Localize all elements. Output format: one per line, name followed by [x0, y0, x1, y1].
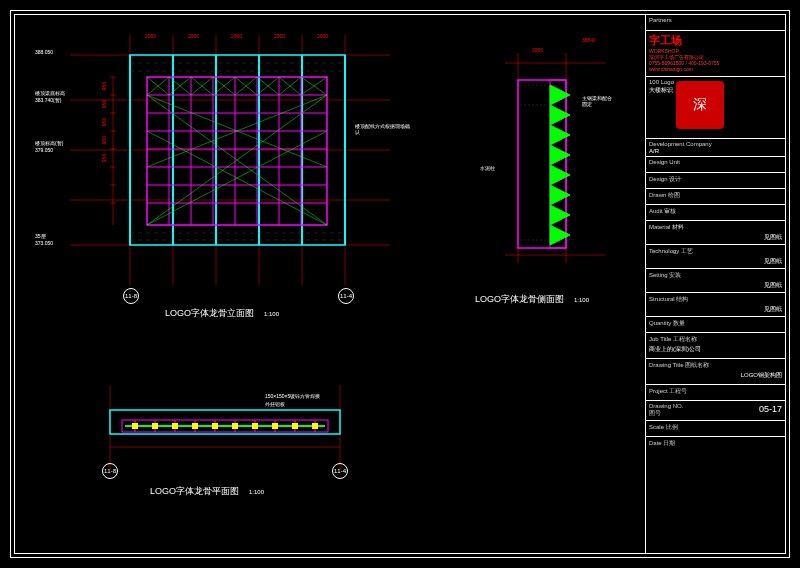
tb-project: Project 工程号 [646, 385, 785, 401]
plan-view: 150×150×5镀锌方管焊接 外挂铝板 11-8 11-4 LOGO字体龙骨平… [60, 375, 400, 525]
section-scale: 1:100 [574, 297, 589, 303]
dim-col: 2000 [145, 33, 156, 39]
tb-dwgtitle: Drawing Title 图纸名称 LOGO钢架构图 [646, 359, 785, 385]
drawing-area: 2000 2000 2000 2000 2000 950 950 950 950… [15, 15, 645, 553]
svg-rect-98 [252, 423, 258, 429]
elev-lv1: 388.050 [35, 49, 53, 55]
tb-setting: Setting 安装 见图纸 [646, 269, 785, 293]
svg-rect-99 [272, 423, 278, 429]
dim-col: 2000 [317, 33, 328, 39]
tb-material: Material 材料 见图纸 [646, 221, 785, 245]
note-n3: 水泥柱 [480, 165, 495, 171]
elev-lv3: 379.050 [35, 147, 53, 153]
tb-brand: 字工场 WORKSHOP 深圳字工场广告有限公司 0755-86961800 /… [646, 31, 785, 77]
svg-rect-92 [132, 423, 138, 429]
dim-col: 2000 [231, 33, 242, 39]
company-seal: 深 [676, 81, 724, 129]
tb-seal-row: 100 Logo 大楼标识 深 [646, 77, 785, 139]
section-svg [490, 45, 615, 285]
grid-marker-11-4: 11-4 [338, 288, 354, 304]
tb-struct: Structural 结构 见图纸 [646, 293, 785, 317]
svg-rect-97 [232, 423, 238, 429]
tb-date: Date 日期 [646, 437, 785, 453]
svg-rect-94 [172, 423, 178, 429]
svg-rect-95 [192, 423, 198, 429]
sect-dim2: 38840 [582, 37, 596, 43]
svg-rect-101 [312, 423, 318, 429]
tb-dwgno: Drawing NO. 图号 05-17 [646, 401, 785, 421]
elev-lv3-lbl: 楼顶标高(暂) [35, 140, 63, 146]
elev-lv2-lbl: 楼顶梁底标高 [35, 90, 65, 96]
elevation-view: 2000 2000 2000 2000 2000 950 950 950 950… [35, 35, 415, 325]
svg-rect-72 [518, 80, 566, 248]
section-view: 3000 38840 主钢梁和配合固定 水泥柱 LOGO字体龙骨侧面图 1:10… [490, 45, 615, 325]
brand-logo: 字工场 [649, 33, 782, 48]
note-n1: 楼顶配线方式根据现场确认 [355, 123, 410, 135]
svg-rect-79 [110, 410, 340, 434]
dim-row: 950 [101, 82, 107, 90]
dim-col: 2000 [274, 33, 285, 39]
svg-rect-100 [292, 423, 298, 429]
note-n4: 150×150×5镀锌方管焊接 [265, 393, 320, 399]
tb-dev: Development Company A/R [646, 139, 785, 157]
dim-col: 2000 [188, 33, 199, 39]
grid-marker-p-11-4: 11-4 [332, 463, 348, 479]
dim-row: 950 [101, 100, 107, 108]
outer-frame: 2000 2000 2000 2000 2000 950 950 950 950… [10, 10, 790, 558]
plan-scale: 1:100 [249, 489, 264, 495]
dim-row: 950 [101, 136, 107, 144]
tb-partner: Partners [646, 15, 785, 31]
elevation-title: LOGO字体龙骨立面图 [165, 308, 254, 318]
tb-design-unit: Design Unit [646, 157, 785, 173]
tb-audit: Audit 审核 [646, 205, 785, 221]
tb-design: Design 设计 [646, 173, 785, 189]
grid-marker-11-8: 11-8 [123, 288, 139, 304]
elev-lv4-lbl: 35层 [35, 233, 46, 239]
sect-dim: 3000 [532, 47, 543, 53]
elevation-scale: 1:100 [264, 311, 279, 317]
inner-frame: 2000 2000 2000 2000 2000 950 950 950 950… [14, 14, 786, 554]
tb-jobtitle: Job Title 工程名称 商业上的(深圳)公司 [646, 333, 785, 359]
plan-title: LOGO字体龙骨平面图 [150, 486, 239, 496]
elev-lv2: 383.740(暂) [35, 97, 61, 103]
elevation-svg [35, 35, 415, 295]
svg-rect-93 [152, 423, 158, 429]
elev-lv4: 373.050 [35, 240, 53, 246]
titleblock: Partners 字工场 WORKSHOP 深圳字工场广告有限公司 0755-8… [645, 15, 785, 553]
dim-row: 950 [101, 118, 107, 126]
svg-rect-96 [212, 423, 218, 429]
note-n5: 外挂铝板 [265, 401, 285, 407]
section-title: LOGO字体龙骨侧面图 [475, 294, 564, 304]
tb-drawn: Drawn 绘图 [646, 189, 785, 205]
drawing-number: 05-17 [759, 404, 782, 418]
tb-tech: Technology 工艺 见图纸 [646, 245, 785, 269]
tb-qty: Quantity 数量 [646, 317, 785, 333]
dim-row: 950 [101, 154, 107, 162]
tb-scale: Scale 比例 [646, 421, 785, 437]
grid-marker-p-11-8: 11-8 [102, 463, 118, 479]
note-n2: 主钢梁和配合固定 [582, 95, 615, 107]
